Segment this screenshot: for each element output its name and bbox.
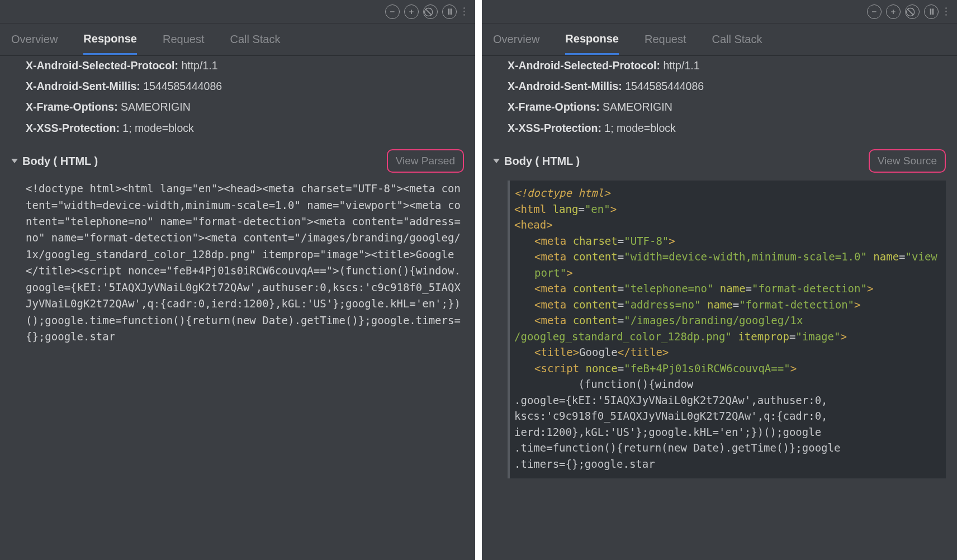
- syntax-body: <!doctype html> <html lang="en"> <head> …: [508, 181, 946, 478]
- prohibit-icon[interactable]: ⃠: [905, 4, 920, 19]
- header-row: X-Frame-Options: SAMEORIGIN: [26, 98, 464, 116]
- header-row: X-Frame-Options: SAMEORIGIN: [508, 98, 946, 116]
- code-line: <meta content="/images/branding/googleg/…: [514, 312, 941, 329]
- code-line: <meta content="width=device-width,minimu…: [514, 249, 941, 281]
- code-line: (function(){window: [514, 376, 941, 392]
- header-key: X-Frame-Options:: [508, 101, 600, 113]
- tab-overview[interactable]: Overview: [493, 25, 539, 54]
- plus-icon[interactable]: +: [404, 4, 419, 19]
- pause-icon[interactable]: ⏸: [924, 4, 939, 19]
- view-parsed-button[interactable]: View Parsed: [387, 149, 464, 173]
- minus-icon[interactable]: −: [867, 4, 882, 19]
- minus-icon[interactable]: −: [385, 4, 400, 19]
- header-value: 1544585444086: [143, 80, 222, 92]
- tab-callstack[interactable]: Call Stack: [712, 25, 762, 54]
- panel-divider: [475, 0, 482, 560]
- code-line: <!doctype html>: [514, 185, 941, 201]
- code-line: ierd:1200},kGL:'US'};google.kHL='en';})(…: [514, 424, 941, 440]
- header-value: SAMEORIGIN: [603, 101, 672, 113]
- header-value: http/1.1: [663, 59, 699, 72]
- header-key: X-Frame-Options:: [26, 101, 118, 113]
- prohibit-icon[interactable]: ⃠: [423, 4, 438, 19]
- code-line: .timers={};google.star: [514, 456, 941, 472]
- response-content: X-Android-Selected-Protocol: http/1.1 X-…: [482, 56, 957, 560]
- code-line: <html lang="en">: [514, 201, 941, 217]
- raw-body-text: <!doctype html><html lang="en"><head><me…: [26, 181, 464, 345]
- header-key: X-Android-Sent-Millis:: [26, 80, 140, 92]
- tab-bar: Overview Response Request Call Stack: [0, 23, 475, 56]
- code-line: .google={kEI:'5IAQXJyVNaiL0gK2t72QAw',au…: [514, 392, 941, 409]
- body-section-header: Body ( HTML ) View Parsed: [11, 149, 464, 173]
- left-panel: − + ⃠ ⏸ Overview Response Request Call S…: [0, 0, 475, 560]
- right-panel: − + ⃠ ⏸ Overview Response Request Call S…: [482, 0, 957, 560]
- header-key: X-Android-Sent-Millis:: [508, 80, 622, 92]
- toolbar: − + ⃠ ⏸: [482, 0, 957, 23]
- header-row: X-Android-Sent-Millis: 1544585444086: [26, 78, 464, 95]
- code-line: <meta charset="UTF-8">: [514, 233, 941, 249]
- header-row: X-Android-Selected-Protocol: http/1.1: [508, 57, 946, 74]
- tab-overview[interactable]: Overview: [11, 25, 58, 54]
- header-row: X-Android-Selected-Protocol: http/1.1: [26, 57, 464, 74]
- header-key: X-XSS-Protection:: [508, 122, 601, 134]
- tab-bar: Overview Response Request Call Stack: [482, 23, 957, 56]
- tab-response[interactable]: Response: [83, 25, 137, 55]
- code-line: /googleg_standard_color_128dp.png" itemp…: [514, 329, 941, 345]
- code-line: <meta content="telephone=no" name="forma…: [514, 281, 941, 297]
- header-key: X-Android-Selected-Protocol:: [26, 59, 178, 72]
- plus-icon[interactable]: +: [886, 4, 901, 19]
- header-row: X-XSS-Protection: 1; mode=block: [26, 120, 464, 137]
- header-value: SAMEORIGIN: [121, 101, 191, 113]
- body-section-header: Body ( HTML ) View Source: [493, 149, 946, 173]
- header-value: 1; mode=block: [604, 122, 675, 134]
- drag-handle-icon[interactable]: [945, 7, 947, 16]
- body-section-title: Body ( HTML ): [504, 152, 580, 170]
- disclosure-triangle-icon[interactable]: [493, 159, 500, 163]
- body-section-title: Body ( HTML ): [22, 152, 98, 170]
- tab-response[interactable]: Response: [565, 25, 619, 55]
- drag-handle-icon[interactable]: [463, 7, 465, 16]
- tab-request[interactable]: Request: [645, 25, 686, 54]
- code-line: <head>: [514, 217, 941, 233]
- code-line: <meta content="address=no" name="format-…: [514, 297, 941, 313]
- toolbar: − + ⃠ ⏸: [0, 0, 475, 23]
- pause-icon[interactable]: ⏸: [442, 4, 457, 19]
- header-key: X-XSS-Protection:: [26, 122, 120, 134]
- code-line: kscs:'c9c918f0_5IAQXJyVNaiL0gK2t72QAw',q…: [514, 408, 941, 424]
- header-row: X-Android-Sent-Millis: 1544585444086: [508, 78, 946, 95]
- code-line: .time=function(){return(new Date).getTim…: [514, 440, 941, 456]
- header-key: X-Android-Selected-Protocol:: [508, 59, 660, 72]
- tab-request[interactable]: Request: [163, 25, 205, 54]
- header-value: 1544585444086: [625, 80, 704, 92]
- disclosure-triangle-icon[interactable]: [11, 159, 18, 163]
- tab-callstack[interactable]: Call Stack: [230, 25, 280, 54]
- header-value: 1; mode=block: [122, 122, 193, 134]
- view-source-button[interactable]: View Source: [869, 149, 946, 173]
- response-content: X-Android-Selected-Protocol: http/1.1 X-…: [0, 56, 475, 560]
- header-value: http/1.1: [181, 59, 217, 72]
- code-line: <script nonce="feB+4Pj01s0iRCW6couvqA=="…: [514, 360, 941, 377]
- code-line: <title>Google</title>: [514, 344, 941, 360]
- header-row: X-XSS-Protection: 1; mode=block: [508, 120, 946, 137]
